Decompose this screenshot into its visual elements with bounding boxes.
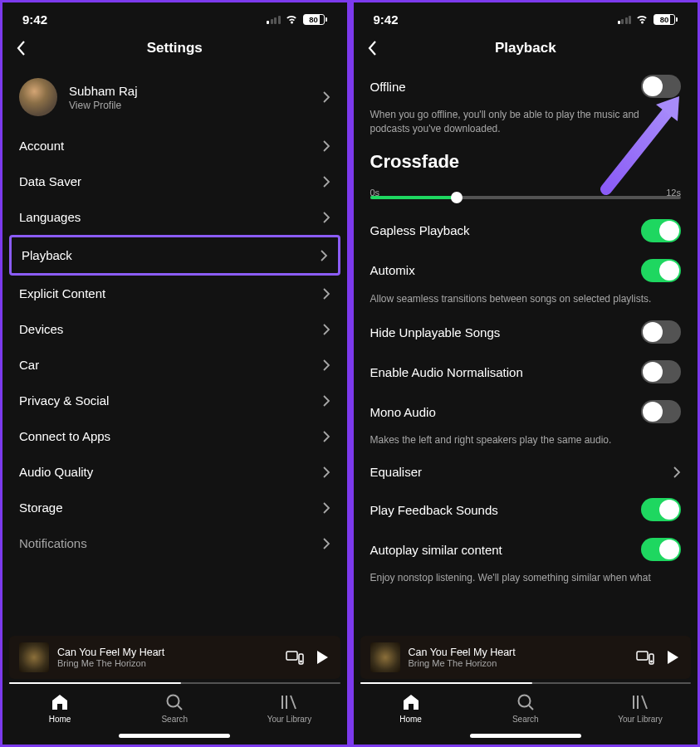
help-text: Enjoy nonstop listening. We'll play some… [367,569,685,592]
nav-account[interactable]: Account [16,128,334,164]
devices-icon[interactable] [636,650,654,666]
tab-home[interactable]: Home [354,692,468,724]
toggle-gapless-playback[interactable] [641,219,681,242]
now-playing-bar[interactable]: Can You Feel My Heart Bring Me The Horiz… [9,636,340,679]
toggle-row-autoplay-similar-content: Autoplay similar content [367,530,685,569]
tab-home[interactable]: Home [2,692,117,724]
toggle-row-play-feedback-sounds: Play Feedback Sounds [367,490,685,530]
crossfade-title: Crossfade [367,143,685,181]
track-title: Can You Feel My Heart [57,647,277,658]
wifi-icon [285,14,299,25]
library-icon [630,692,650,712]
offline-toggle[interactable] [641,75,681,98]
album-art [19,642,49,672]
nav-car[interactable]: Car [16,347,334,383]
chevron-right-icon [322,139,330,153]
toggle-row-automix: Automix [367,251,685,290]
chevron-right-icon [322,90,330,104]
tab-library[interactable]: Your Library [583,692,698,724]
library-icon [279,692,299,712]
wifi-icon [635,14,649,25]
search-icon [516,692,536,712]
settings-screen: 9:42 80 Settings Subham Raj View Profile… [0,0,350,747]
search-icon [164,692,184,712]
chevron-right-icon [322,394,330,408]
back-button[interactable] [16,40,27,56]
toggle-play-feedback-sounds[interactable] [641,498,681,521]
profile-name: Subham Raj [69,84,322,98]
signal-icon [267,15,281,24]
chevron-right-icon [322,323,330,336]
offline-row: Offline [367,66,685,106]
chevron-right-icon [673,466,681,479]
chevron-right-icon [322,287,330,300]
nav-audio-quality[interactable]: Audio Quality [16,454,334,490]
nav-notifications[interactable]: Notifications [16,525,334,561]
nav-explicit-content[interactable]: Explicit Content [16,276,334,311]
battery-icon: 80 [303,14,327,25]
svg-point-10 [651,661,652,662]
devices-icon[interactable] [286,650,304,666]
svg-rect-8 [637,652,648,660]
toggle-mono-audio[interactable] [641,400,681,423]
nav-storage[interactable]: Storage [16,490,334,525]
album-art [370,642,400,672]
toggle-enable-audio-normalisation[interactable] [641,360,681,383]
crossfade-slider[interactable]: 0s12s [367,181,685,211]
track-title: Can You Feel My Heart [409,647,629,658]
play-button[interactable] [312,648,330,666]
chevron-right-icon [322,537,330,550]
svg-point-2 [300,661,301,662]
chevron-right-icon [322,466,330,479]
toggle-autoplay-similar-content[interactable] [641,538,681,561]
header: Settings [2,30,347,66]
status-bar: 9:42 80 [2,2,347,30]
offline-help: When you go offline, you'll only be able… [367,106,685,143]
svg-line-15 [642,696,647,709]
header: Playback [354,30,698,66]
play-button[interactable] [663,648,681,666]
toggle-hide-unplayable-songs[interactable] [641,320,681,344]
signal-icon [618,15,632,24]
profile-subtitle: View Profile [69,100,322,111]
status-bar: 9:42 80 [354,2,698,30]
home-indicator [470,734,581,738]
chevron-right-icon [322,175,330,188]
svg-line-12 [529,706,533,710]
home-icon [401,692,421,712]
chevron-right-icon [322,359,330,372]
nav-connect-to-apps[interactable]: Connect to Apps [16,418,334,454]
svg-point-11 [518,696,530,707]
tab-search[interactable]: Search [117,692,232,724]
tab-library[interactable]: Your Library [232,692,346,724]
nav-playback[interactable]: Playback [9,235,340,276]
chevron-right-icon [322,501,330,515]
playback-screen: 9:42 80 Playback Offline When you go off… [351,0,701,747]
toggle-row-enable-audio-normalisation: Enable Audio Normalisation [367,352,685,392]
playback-progress [360,682,692,684]
track-artist: Bring Me The Horizon [57,658,277,668]
page-title: Playback [495,40,556,56]
home-indicator [119,734,230,738]
page-title: Settings [147,40,203,56]
toggle-row-hide-unplayable-songs: Hide Unplayable Songs [367,312,685,352]
chevron-right-icon [320,249,328,262]
nav-devices[interactable]: Devices [16,311,334,347]
toggle-automix[interactable] [641,259,681,282]
home-icon [50,692,70,712]
track-artist: Bring Me The Horizon [409,658,629,668]
back-button[interactable] [367,40,379,56]
nav-privacy-social[interactable]: Privacy & Social [16,383,334,418]
help-text: Makes the left and right speakers play t… [367,432,685,454]
tab-bar: Home Search Your Library [2,684,347,729]
tab-search[interactable]: Search [468,692,583,724]
nav-data-saver[interactable]: Data Saver [16,164,334,199]
now-playing-bar[interactable]: Can You Feel My Heart Bring Me The Horiz… [360,636,692,679]
avatar [19,78,57,116]
toggle-row-gapless-playback: Gapless Playback [367,211,685,251]
nav-languages[interactable]: Languages [16,199,334,235]
status-time: 9:42 [374,12,399,27]
equaliser-row[interactable]: Equaliser [367,454,685,490]
profile-row[interactable]: Subham Raj View Profile [16,66,334,128]
chevron-right-icon [322,430,330,443]
